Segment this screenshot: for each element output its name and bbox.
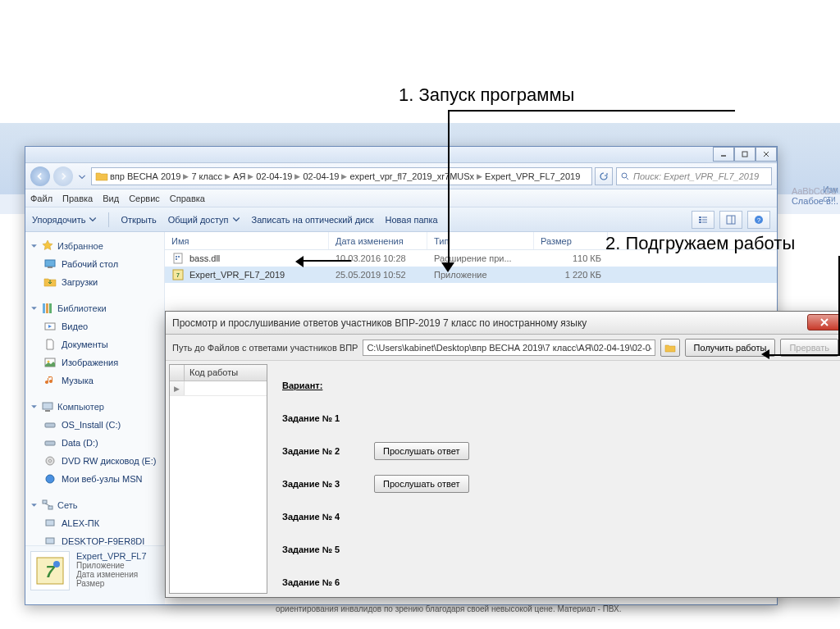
menu-edit[interactable]: Правка: [62, 194, 93, 203]
close-button[interactable]: [807, 314, 840, 330]
nav-forward-button[interactable]: [53, 166, 73, 186]
vpr-app-window: Просмотр и прослушивание ответов участни…: [165, 311, 840, 598]
svg-text:7: 7: [176, 272, 180, 278]
svg-rect-36: [174, 253, 182, 263]
dll-icon: [171, 252, 185, 265]
document-icon: [43, 338, 57, 351]
annotation-step1: 1. Запуск программы: [399, 84, 574, 106]
svg-point-29: [49, 460, 52, 463]
svg-rect-7: [699, 219, 701, 221]
menu-tools[interactable]: Сервис: [129, 194, 160, 203]
sidebar-item-drive-c[interactable]: OS_Install (C:): [29, 416, 161, 434]
svg-rect-8: [699, 221, 701, 223]
sidebar-favorites[interactable]: Избранное: [29, 237, 161, 255]
music-icon: [43, 374, 57, 387]
path-input[interactable]: [363, 340, 655, 356]
works-grid[interactable]: Код работы ▶: [169, 364, 267, 594]
svg-rect-34: [46, 520, 54, 526]
svg-rect-12: [727, 216, 735, 224]
image-icon: [43, 356, 57, 369]
view-options-button[interactable]: [692, 211, 714, 229]
nav-back-button[interactable]: [30, 166, 50, 186]
explorer-navbar: впр ВЕСНА 2019▶ 7 класс▶ АЯ▶ 02-04-19▶ 0…: [25, 163, 777, 189]
anno-arrow-icon: [761, 349, 769, 359]
anno-arrow-icon: [302, 260, 351, 262]
explorer-titlebar[interactable]: [25, 147, 777, 163]
column-type[interactable]: Тип: [427, 232, 534, 249]
organize-button[interactable]: Упорядочить: [32, 215, 97, 225]
column-date[interactable]: Дата изменения: [329, 232, 427, 249]
computer-icon: [43, 517, 57, 530]
menu-view[interactable]: Вид: [103, 194, 119, 203]
menu-file[interactable]: Файл: [30, 194, 52, 203]
variant-label: Вариант:: [282, 381, 364, 390]
sidebar-item-music[interactable]: Музыка: [29, 371, 161, 390]
task-4-label: Задание № 4: [282, 512, 364, 522]
sidebar-item-video[interactable]: Видео: [29, 317, 161, 335]
preview-pane-button[interactable]: [719, 211, 742, 229]
dialog-titlebar[interactable]: Просмотр и прослушивание ответов участни…: [166, 312, 840, 335]
dialog-toolbar: Путь до Файлов с ответами участников ВПР…: [166, 335, 840, 361]
path-label: Путь до Файлов с ответами участников ВПР: [172, 343, 358, 353]
svg-point-44: [53, 561, 60, 567]
file-row[interactable]: 7Expert_VPR_FL7_2019 25.05.2019 10:52 Пр…: [165, 267, 777, 283]
dvd-icon: [43, 454, 57, 467]
grid-column-code[interactable]: Код работы: [185, 365, 267, 381]
sidebar-item-pc1[interactable]: ALEX-ПК: [29, 514, 161, 532]
chevron-down-icon: [232, 216, 240, 224]
maximize-button[interactable]: [734, 147, 756, 162]
task-3-label: Задание № 3: [282, 479, 364, 489]
svg-rect-17: [48, 267, 52, 268]
svg-rect-24: [43, 403, 52, 409]
menu-help[interactable]: Справка: [170, 194, 205, 203]
sidebar-item-documents[interactable]: Документы: [29, 335, 161, 353]
browse-button[interactable]: [660, 339, 680, 357]
search-input[interactable]: Поиск: Expert_VPR_FL7_2019: [616, 167, 772, 185]
sidebar-item-msn[interactable]: Мои веб-узлы MSN: [29, 470, 161, 488]
svg-rect-1: [742, 152, 747, 157]
drive-icon: [43, 436, 57, 449]
svg-text:?: ?: [757, 217, 761, 224]
anno-arrow-icon: [441, 262, 454, 272]
sidebar-libraries[interactable]: Библиотеки: [29, 299, 161, 317]
chevron-down-icon: [89, 216, 97, 224]
open-button[interactable]: Открыть: [121, 215, 156, 225]
listen-task-2-button[interactable]: Прослушать ответ: [374, 442, 469, 460]
video-icon: [43, 320, 57, 333]
task-2-label: Задание № 2: [282, 446, 364, 456]
new-folder-button[interactable]: Новая папка: [386, 215, 438, 225]
listen-task-3-button[interactable]: Прослушать ответ: [374, 475, 469, 493]
chevron-down-icon: [30, 403, 38, 411]
svg-rect-35: [46, 538, 54, 544]
nav-history-dropdown[interactable]: [76, 166, 88, 186]
burn-button[interactable]: Записать на оптический диск: [252, 215, 374, 225]
sidebar-item-desktop[interactable]: Рабочий стол: [29, 255, 161, 273]
explorer-toolbar: Упорядочить Открыть Общий доступ Записат…: [25, 207, 777, 232]
column-name[interactable]: Имя: [165, 232, 329, 249]
details-pane: 7 Expert_VPR_FL7 Приложение Дата изменен…: [25, 545, 165, 604]
anno-line: [448, 110, 450, 269]
task-5-label: Задание № 5: [282, 545, 364, 554]
sidebar-item-images[interactable]: Изображения: [29, 353, 161, 371]
sidebar-computer[interactable]: Компьютер: [29, 398, 161, 416]
sidebar-item-dvd[interactable]: DVD RW дисковод (E:): [29, 452, 161, 470]
sidebar-network[interactable]: Сеть: [29, 496, 161, 514]
svg-rect-16: [45, 260, 55, 267]
web-icon: [43, 472, 57, 485]
svg-rect-32: [48, 506, 52, 509]
anno-line: [448, 110, 735, 112]
grid-row[interactable]: ▶: [170, 381, 267, 396]
share-button[interactable]: Общий доступ: [168, 215, 240, 225]
svg-rect-37: [176, 256, 177, 258]
column-size[interactable]: Размер: [534, 232, 608, 249]
minimize-button[interactable]: [713, 147, 734, 162]
refresh-button[interactable]: [595, 167, 613, 185]
sidebar-item-downloads[interactable]: Загрузки: [29, 273, 161, 291]
svg-rect-25: [45, 410, 50, 412]
close-button[interactable]: [756, 147, 777, 162]
breadcrumb[interactable]: впр ВЕСНА 2019▶ 7 класс▶ АЯ▶ 02-04-19▶ 0…: [91, 167, 592, 185]
task-1-label: Задание № 1: [282, 413, 364, 423]
bg-document-text: ориентирования инвалидов по зрению благо…: [276, 604, 622, 613]
help-button[interactable]: ?: [747, 211, 770, 229]
sidebar-item-drive-d[interactable]: Data (D:): [29, 434, 161, 452]
